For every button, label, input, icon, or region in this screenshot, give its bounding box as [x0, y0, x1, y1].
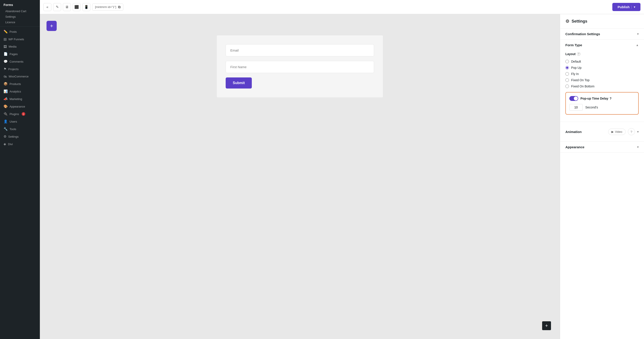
sidebar-item-projects[interactable]: ⚑ Projects [0, 65, 40, 73]
sidebar-item-posts[interactable]: ✏️ Posts [0, 28, 40, 35]
submit-button[interactable]: Submit [226, 77, 252, 88]
appearance-header[interactable]: Appearance ▾ [560, 142, 644, 152]
sidebar-item-media[interactable]: 🖼 Media [0, 43, 40, 50]
animation-section: Animation ▶ Video ? ▾ [560, 122, 644, 142]
sidebar-item-users[interactable]: 👤 Users [0, 118, 40, 125]
sidebar-item-divi[interactable]: ◈ Divi [0, 140, 40, 148]
toggle-row: Pop-up Time Delay ? [569, 96, 635, 101]
projects-icon: ⚑ [4, 67, 6, 71]
confirmation-settings-label: Confirmation Settings [566, 32, 600, 36]
sidebar-item-marketing[interactable]: 📣 Marketing [0, 95, 40, 103]
sidebar-item-comments[interactable]: 💬 Comments [0, 58, 40, 65]
tablet-button[interactable]: ⬛ [73, 3, 80, 11]
sidebar-item-abandoned-cart[interactable]: Abandoned Cart [0, 8, 40, 14]
settings-header: ⚙ Settings [560, 14, 644, 28]
radio-default-input[interactable] [566, 60, 569, 63]
radio-default-label: Default [571, 60, 581, 63]
video-label: Video [615, 130, 622, 133]
radio-fixedtop[interactable]: Fixed On Top [566, 77, 639, 83]
sidebar-item-wpfunnels[interactable]: ▤ WP Funnels [0, 35, 40, 43]
sidebar-item-plugins[interactable]: 🔌 Plugins 1 [0, 110, 40, 118]
back-button[interactable]: « [44, 3, 52, 11]
video-play-icon: ▶ [612, 130, 614, 133]
desktop-icon: 🖥 [65, 5, 69, 9]
woocommerce-icon: 🛍 [4, 75, 7, 78]
sidebar-item-appearance[interactable]: 🎨 Appearance [0, 103, 40, 110]
shortcode-display: [mintmrm id="1"] ⧉ [92, 3, 123, 11]
sidebar: Forms Abandoned Cart Settings Licence ✏️… [0, 0, 40, 339]
radio-default[interactable]: Default [566, 58, 639, 65]
publish-button[interactable]: Publish ▾ [612, 3, 640, 11]
pages-icon: 📄 [4, 52, 8, 56]
wpfunnels-icon: ▤ [4, 37, 7, 41]
animation-chevron-icon: ▾ [637, 130, 639, 133]
radio-fixedbottom-input[interactable] [566, 84, 569, 88]
shortcode-text: [mintmrm id="1"] [95, 5, 116, 9]
desktop-button[interactable]: 🖥 [63, 3, 71, 11]
sidebar-item-pages[interactable]: 📄 Pages [0, 50, 40, 58]
tools-icon: 🔧 [4, 127, 8, 131]
floating-buttons: ▶ Video ? [608, 125, 635, 138]
animation-label: Animation [566, 130, 582, 134]
form-container: Submit [217, 35, 383, 97]
users-icon: 👤 [4, 119, 8, 123]
canvas-add-button[interactable]: + [46, 21, 57, 31]
sidebar-item-licence[interactable]: Licence [0, 19, 40, 25]
radio-flyin-label: Fly In [571, 72, 579, 76]
layout-help-icon[interactable]: ? [577, 52, 580, 56]
edit-button[interactable]: ✎ [53, 3, 61, 11]
radio-flyin[interactable]: Fly In [566, 71, 639, 77]
radio-popup-input[interactable] [566, 66, 569, 69]
plugins-icon: 🔌 [4, 112, 8, 116]
appearance-label: Appearance [566, 145, 584, 149]
publish-chevron: ▾ [632, 5, 635, 9]
confirmation-settings-header[interactable]: Confirmation Settings ▾ [560, 28, 644, 39]
popup-time-delay-toggle[interactable] [569, 96, 578, 101]
plugins-badge: 1 [22, 112, 25, 116]
posts-icon: ✏️ [4, 30, 8, 34]
sidebar-item-products[interactable]: 📦 Products [0, 80, 40, 88]
layout-label: Layout ? [566, 52, 639, 56]
delay-unit: Second's [585, 106, 598, 109]
settings-title: Settings [572, 19, 587, 24]
canvas-corner-add-button[interactable]: + [542, 321, 551, 330]
help-button[interactable]: ? [628, 128, 635, 135]
form-type-chevron-icon: ▲ [636, 43, 639, 47]
gear-icon: ⚙ [566, 18, 569, 24]
firstname-field[interactable] [226, 61, 374, 73]
radio-fixedbottom[interactable]: Fixed On Bottom [566, 83, 639, 89]
delay-value-input[interactable] [569, 104, 583, 111]
mobile-button[interactable]: 📱 [82, 3, 90, 11]
copy-shortcode-button[interactable]: ⧉ [118, 5, 120, 9]
comments-icon: 💬 [4, 59, 8, 63]
sidebar-item-settings-nav[interactable]: ⚙ Settings [0, 133, 40, 140]
popup-time-delay-label: Pop-up Time Delay ? [580, 97, 612, 100]
tablet-icon: ⬛ [74, 5, 79, 9]
analytics-icon: 📊 [4, 89, 8, 93]
radio-fixedtop-input[interactable] [566, 78, 569, 82]
delay-row: Second's [569, 104, 635, 111]
sidebar-brand: Forms [0, 0, 40, 8]
animation-header[interactable]: Animation ▶ Video ? ▾ [560, 122, 644, 141]
settings-nav-icon: ⚙ [4, 135, 6, 138]
appearance-section: Appearance ▾ [560, 142, 644, 153]
email-field[interactable] [226, 44, 374, 56]
products-icon: 📦 [4, 82, 8, 86]
sidebar-item-settings[interactable]: Settings [0, 14, 40, 19]
popup-time-delay-section: Pop-up Time Delay ? Second's [566, 92, 639, 115]
back-icon: « [46, 5, 48, 9]
mobile-icon: 📱 [84, 5, 88, 9]
radio-fixedbottom-label: Fixed On Bottom [571, 84, 594, 88]
sidebar-item-woocommerce[interactable]: 🛍 WooCommerce [0, 73, 40, 80]
radio-flyin-input[interactable] [566, 72, 569, 76]
sidebar-item-analytics[interactable]: 📊 Analytics [0, 88, 40, 95]
divi-icon: ◈ [4, 142, 6, 146]
sidebar-item-tools[interactable]: 🔧 Tools [0, 125, 40, 133]
main-wrapper: « ✎ 🖥 ⬛ 📱 [mintmrm id="1"] ⧉ Publish ▾ + [40, 0, 644, 339]
video-button[interactable]: ▶ Video [608, 129, 626, 135]
delay-help-icon[interactable]: ? [610, 97, 612, 100]
form-type-header[interactable]: Form Type ▲ [560, 40, 644, 50]
radio-popup[interactable]: Pop Up [566, 65, 639, 71]
form-type-body: Layout ? Default Pop Up Fly In [560, 50, 644, 122]
appearance-icon: 🎨 [4, 104, 8, 108]
